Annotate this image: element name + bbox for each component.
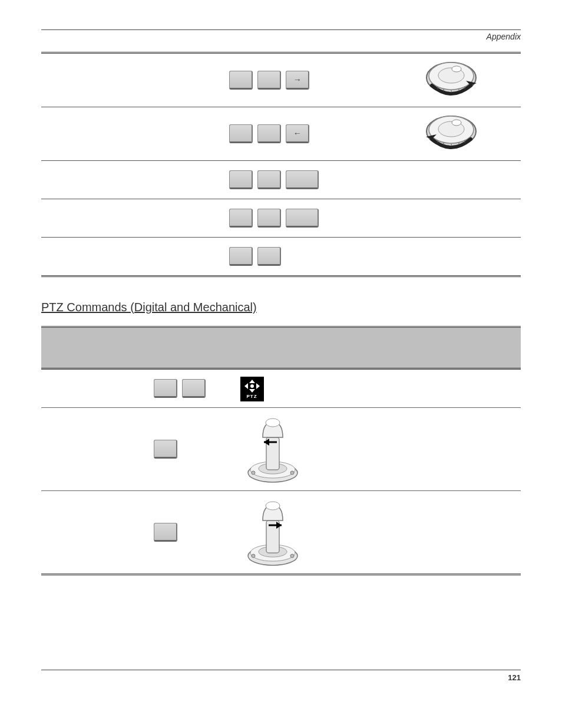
- table-row: [41, 161, 521, 199]
- section-title: PTZ Commands (Digital and Mechanical): [41, 301, 521, 314]
- table-row: ←: [41, 107, 521, 161]
- key-blank: [257, 209, 281, 228]
- row-desc: [41, 238, 223, 276]
- key-group: [229, 243, 376, 269]
- joystick-right-icon: [240, 497, 514, 568]
- table-row: →: [41, 53, 521, 107]
- svg-point-23: [252, 471, 255, 475]
- key-group: ←: [229, 121, 376, 147]
- svg-point-35: [266, 502, 280, 510]
- row-desc: [41, 199, 223, 238]
- ptz-command-table: PTZ: [41, 326, 521, 575]
- key-blank: [257, 247, 281, 266]
- key-blank: [154, 440, 177, 459]
- svg-point-24: [290, 471, 294, 475]
- shortcut-table-1: →: [41, 52, 521, 277]
- key-blank: [154, 379, 177, 398]
- key-blank: [229, 71, 253, 90]
- svg-point-13: [452, 120, 461, 126]
- table-row: [41, 491, 521, 575]
- col-header: [233, 327, 521, 369]
- table-row: [41, 238, 521, 276]
- col-header: [41, 327, 147, 369]
- table-row: [41, 408, 521, 491]
- key-group: [229, 205, 376, 231]
- key-blank: [229, 124, 253, 143]
- key-blank: [229, 247, 253, 266]
- key-group: [154, 519, 226, 545]
- row-desc: [41, 408, 147, 491]
- row-desc: [41, 53, 223, 107]
- key-blank-wide: [286, 209, 319, 228]
- row-desc: [41, 107, 223, 161]
- page-number: 121: [41, 673, 521, 682]
- table-header-row: [41, 327, 521, 369]
- key-blank: [257, 170, 281, 189]
- row-desc: [41, 491, 147, 575]
- key-blank-wide: [286, 170, 319, 189]
- col-header: [147, 327, 233, 369]
- table-row: PTZ: [41, 369, 521, 408]
- joystick-left-icon: [240, 414, 514, 485]
- jog-dial-ccw-icon: [388, 113, 515, 154]
- svg-point-26: [266, 419, 280, 427]
- jog-dial-cw-icon: [388, 60, 515, 101]
- key-arrow-left: ←: [286, 124, 309, 143]
- key-blank: [229, 209, 253, 228]
- key-blank: [257, 71, 281, 90]
- svg-point-33: [290, 554, 294, 558]
- ptz-button-icon: PTZ: [240, 377, 264, 401]
- key-blank: [182, 379, 206, 398]
- row-desc: [41, 161, 223, 199]
- row-desc: [41, 369, 147, 408]
- ptz-label: PTZ: [247, 394, 257, 399]
- svg-point-3: [452, 66, 461, 72]
- key-blank: [154, 523, 177, 542]
- page-header-section: Appendix: [41, 32, 521, 41]
- key-group: [154, 436, 226, 462]
- key-group: [154, 375, 226, 401]
- svg-point-32: [252, 554, 255, 558]
- table-row: [41, 199, 521, 238]
- key-group: [229, 167, 376, 193]
- key-arrow-right: →: [286, 71, 309, 90]
- key-blank: [229, 170, 253, 189]
- key-blank: [257, 124, 281, 143]
- key-group: →: [229, 67, 376, 93]
